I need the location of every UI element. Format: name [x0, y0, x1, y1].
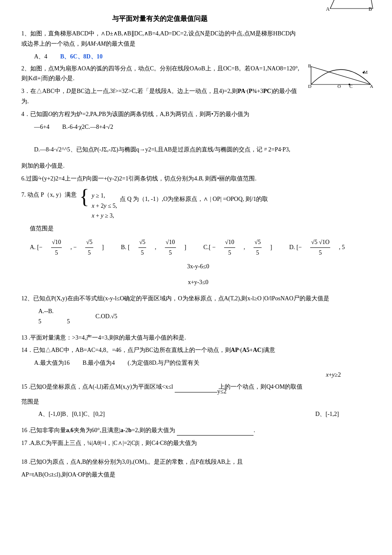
svg-point-19	[363, 72, 364, 73]
problem-7: 7. 动点 P（x, y）满意 { y ≥ 1, x + 2y ≤ 5, x +…	[21, 190, 375, 221]
problem-4: 4．已知圆O的方程为炉=2,PA,PB为该圆的两条切线，A,B为两切点，则两•万…	[21, 109, 375, 119]
svg-text:B: B	[369, 6, 372, 12]
problem-15-choices: A、[-1,0]B、[0,1]C、[0,2] D、[-1,2]	[38, 409, 339, 419]
problem-14-choices: A.最大值为16 B.最小值为4 (.为定值8D.与尸的位置有关	[34, 358, 375, 368]
equation-3xy: 3x-y-6≤0	[21, 262, 375, 272]
problem-13: 13 .平面对量满意：>3=4,产一4=3,则R的最大值与最小值的和是.	[21, 333, 375, 343]
problem-17: 17 .A,B,C为平面上三点，¼|Aθ|=l，|C∧|=2|Cβ|，则C4·C…	[21, 438, 375, 448]
problem-18: 18 .已知O为原点，点A,B的坐标分别为3,0),(OM),。是正的常数，点P…	[21, 457, 375, 467]
equation-xy: x+y-3≤0	[21, 277, 375, 288]
problem-15-end: 范围是	[21, 397, 375, 407]
problem-1-choices: A、4 B、6C、8D、10	[34, 52, 303, 62]
svg-text:A: A	[326, 6, 330, 12]
page-content: N C A B D M D A O C M B	[21, 13, 375, 482]
svg-text:O: O	[337, 84, 341, 89]
problem-14: 14．已知△ABC中，AB=AC=4,8。=46，点尸为BC边所在直线上的一个动…	[21, 345, 375, 355]
svg-marker-5	[330, 0, 373, 9]
diagram-sector: D A O C M B	[307, 38, 375, 96]
svg-line-17	[311, 67, 371, 84]
equation-xy2: x+y≥2	[21, 370, 341, 380]
problem-16: 16 .已知非零向量a,6夹角为60°,且满意|a-2b=2,则的最大值为.	[21, 425, 375, 436]
problem-6: 6.过圆∕+(y+2)2=4上一点P向圆一+(y-2)2=1引两条切线，切点分别…	[21, 174, 375, 184]
problem-18-cont: AP=tAB(O≤t≤l),则OA·OP的最大值是	[21, 470, 375, 480]
svg-text:M: M	[357, 0, 362, 0]
svg-text:B: B	[308, 63, 311, 68]
problem-7-end: 值范围是	[30, 224, 375, 234]
problem-5: 则加的最小值是.	[21, 161, 375, 171]
problem-12: 12、已知点P(X,y)在由不等式组(x-y-l≤O确定的平面区域内，O为坐标原…	[21, 293, 375, 304]
problem-4-choices: —6+4 B.-6-4·χ2C.—8+4·√2 D.—8-4·√2^^5、已知点…	[34, 122, 375, 155]
system-equations: y ≥ 1, x + 2y ≤ 5, x + y ≥ 3,	[92, 191, 117, 221]
svg-point-18	[349, 84, 350, 85]
brace-icon: {	[79, 187, 89, 206]
diagram-trapezoid: N C A B D M	[303, 0, 375, 38]
problem-12-choices: A.--B. 5 5 C.OD.√5	[38, 306, 375, 327]
problem-7-choices: A. [− √10 5 , − √5 5 ] B. [ √5 5 , √10 5…	[30, 237, 375, 258]
